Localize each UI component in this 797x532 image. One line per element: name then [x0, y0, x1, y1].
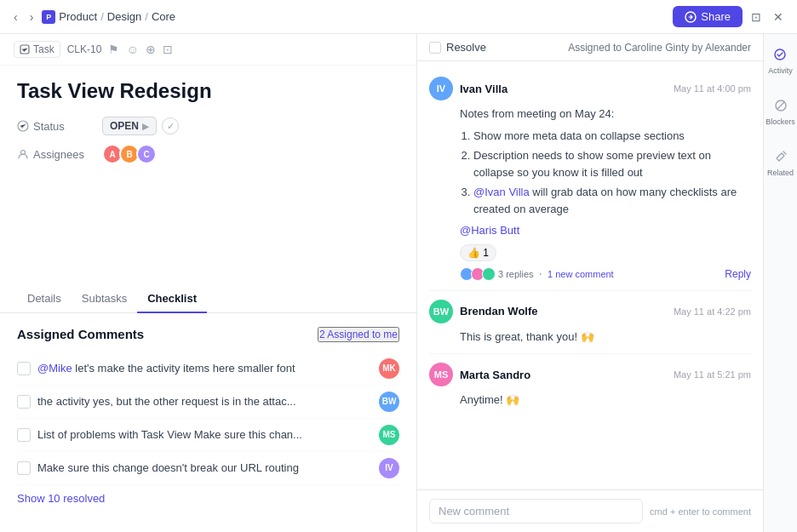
comment-input[interactable] [429, 499, 643, 523]
sidebar-related[interactable]: Related [764, 143, 797, 180]
main-layout: Task CLK-10 ⚑ ☺ ⊕ ⊡ Task View Redesign S… [0, 34, 797, 532]
comment-input-hint: cmd + enter to comment [650, 506, 751, 517]
checkbox-3[interactable] [17, 428, 31, 442]
task-id: CLK-10 [67, 43, 102, 55]
image-icon[interactable]: ⊡ [163, 43, 173, 56]
flag-icon[interactable]: ⚑ [108, 43, 119, 56]
checklist-text-4: Make sure this change doesn't break our … [37, 461, 372, 474]
comment-3-header: MS Marta Sandro May 11 at 5:21 pm [429, 363, 751, 386]
related-label: Related [767, 169, 794, 177]
assignees-label: Assignees [17, 148, 102, 161]
checklist-text-2: the activity yes, but the other request … [37, 395, 372, 408]
comments-list: IV Ivan Villa May 11 at 4:00 pm Notes fr… [417, 61, 763, 489]
tabs: Details Subtasks Checklist [0, 285, 416, 313]
sidebar-blockers[interactable]: Blockers [762, 92, 797, 129]
reply-avatars-1 [460, 267, 493, 281]
avatar-3[interactable]: C [136, 144, 157, 164]
tab-details[interactable]: Details [17, 285, 72, 313]
reaction-thumbsup[interactable]: 👍 1 [460, 244, 496, 261]
tab-subtasks[interactable]: Subtasks [72, 285, 137, 313]
task-toolbar: Task CLK-10 ⚑ ☺ ⊕ ⊡ [0, 34, 416, 66]
topbar-left: ‹ › P Product / Design / Core [10, 9, 175, 26]
expand-button[interactable]: ⊡ [748, 7, 765, 27]
assignees-row: Assignees A B C [17, 144, 399, 164]
checklist-item-4: Make sure this change doesn't break our … [17, 452, 399, 485]
assignees-avatars: A B C [102, 144, 153, 164]
status-icon [17, 120, 29, 132]
forward-button[interactable]: › [26, 9, 37, 26]
status-badge[interactable]: OPEN ▶ [102, 117, 157, 135]
assignees-icon [17, 148, 29, 160]
comment-3-avatar: MS [429, 363, 453, 386]
comment-3-body: Anytime! 🙌 [460, 392, 751, 409]
share-button[interactable]: Share [673, 6, 743, 27]
comment-2-header: BW Brendan Wolfe May 11 at 4:22 pm [429, 300, 751, 323]
resolve-checkbox[interactable] [429, 42, 441, 54]
replies-count-1: 3 replies [498, 269, 534, 279]
breadcrumb-product[interactable]: Product [59, 10, 97, 23]
activity-icon [770, 44, 790, 65]
item-avatar-4: IV [379, 458, 399, 478]
blockers-label: Blockers [765, 117, 795, 126]
mention-ivan[interactable]: @Ivan Villa [473, 186, 530, 198]
assigned-by-text: Assigned to Caroline Ginty by Alexander [568, 42, 751, 54]
related-icon [771, 146, 791, 167]
checklist-item-1: @Mike let's make the activity items here… [17, 352, 399, 386]
status-complete-button[interactable]: ✓ [162, 117, 179, 134]
comment-3-author: MS Marta Sandro [429, 363, 530, 386]
breadcrumb: P Product / Design / Core [42, 10, 175, 24]
show-resolved-link[interactable]: Show 10 resolved [17, 492, 105, 505]
product-icon: P [42, 10, 55, 24]
assigned-me-button[interactable]: 2 Assigned to me [318, 327, 399, 342]
comment-1: IV Ivan Villa May 11 at 4:00 pm Notes fr… [417, 68, 763, 290]
task-type-badge: Task [14, 41, 60, 58]
section-title: Assigned Comments [17, 327, 144, 341]
comment-3-name: Marta Sandro [460, 369, 530, 381]
comment-2: BW Brendan Wolfe May 11 at 4:22 pm This … [417, 291, 763, 354]
tab-checklist[interactable]: Checklist [137, 285, 207, 313]
status-label: Status [17, 120, 102, 133]
checklist-item-2: the activity yes, but the other request … [17, 386, 399, 419]
reply-button-1[interactable]: Reply [725, 268, 751, 280]
comment-1-author: IV Ivan Villa [429, 77, 507, 100]
item-avatar-3: MS [379, 425, 399, 445]
task-content: Task View Redesign Status OPEN ▶ ✓ [0, 66, 416, 285]
checklist-section: Assigned Comments 2 Assigned to me @Mike… [0, 313, 416, 533]
comment-1-header: IV Ivan Villa May 11 at 4:00 pm [429, 77, 751, 100]
comment-1-avatar: IV [429, 77, 453, 100]
comment-2-author: BW Brendan Wolfe [429, 300, 538, 323]
close-button[interactable]: ✕ [770, 7, 787, 27]
comment-3: MS Marta Sandro May 11 at 5:21 pm Anytim… [417, 354, 763, 417]
mention-haris[interactable]: @Haris Butt [460, 224, 519, 237]
comment-2-avatar: BW [429, 300, 453, 323]
task-title: Task View Redesign [17, 79, 399, 103]
status-row: Status OPEN ▶ ✓ [17, 117, 399, 135]
checkbox-2[interactable] [17, 395, 31, 409]
comments-area: Resolve Assigned to Caroline Ginty by Al… [417, 34, 763, 532]
resolve-bar: Resolve Assigned to Caroline Ginty by Al… [417, 34, 763, 61]
checkbox-4[interactable] [17, 461, 31, 475]
checklist-text-1: @Mike let's make the activity items here… [37, 362, 372, 375]
emoji-icon[interactable]: ☺ [126, 43, 138, 56]
back-button[interactable]: ‹ [10, 9, 21, 26]
breadcrumb-design[interactable]: Design [107, 10, 141, 23]
activity-wrapper: Resolve Assigned to Caroline Ginty by Al… [417, 34, 797, 532]
resolve-label: Resolve [446, 41, 486, 54]
task-icon [20, 44, 30, 54]
tag-icon[interactable]: ⊕ [146, 43, 156, 56]
comment-1-name: Ivan Villa [460, 83, 507, 95]
right-panel: Resolve Assigned to Caroline Ginty by Al… [417, 34, 797, 532]
item-avatar-1: MK [379, 358, 399, 379]
new-comment-badge-1: 1 new comment [548, 269, 614, 279]
sidebar-activity[interactable]: Activity [765, 41, 796, 78]
comment-2-time: May 11 at 4:22 pm [674, 306, 751, 317]
comment-1-footer: 3 replies · 1 new comment Reply [460, 266, 751, 282]
blockers-icon [771, 95, 791, 116]
status-arrow-icon: ▶ [142, 122, 149, 131]
checkbox-1[interactable] [17, 362, 31, 375]
checklist-item-3: List of problems with Task View Make sur… [17, 419, 399, 452]
svg-point-4 [775, 49, 785, 60]
breadcrumb-core[interactable]: Core [152, 10, 175, 23]
comment-3-time: May 11 at 5:21 pm [674, 369, 751, 380]
svg-line-6 [777, 102, 784, 109]
